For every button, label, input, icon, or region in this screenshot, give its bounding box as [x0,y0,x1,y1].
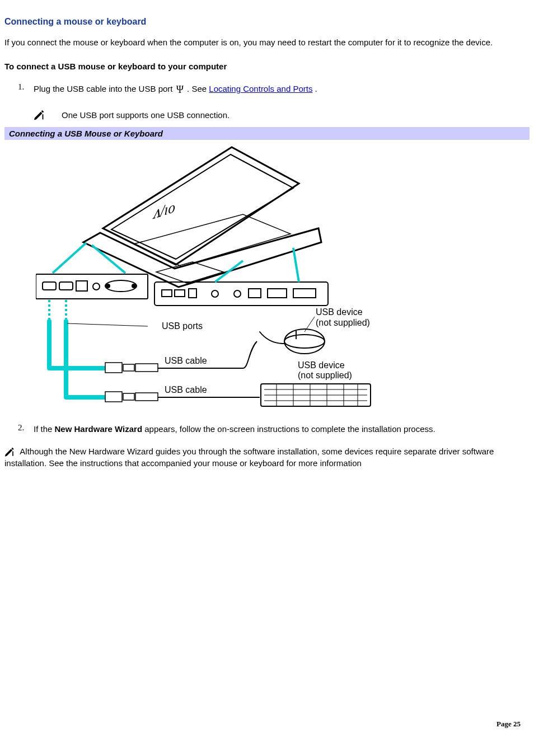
svg-rect-10 [189,289,196,298]
svg-line-49 [67,323,148,326]
svg-rect-15 [293,289,316,298]
svg-rect-19 [76,281,87,291]
svg-rect-32 [135,364,158,372]
svg-rect-0 [43,114,44,119]
sub-heading: To connect a USB mouse or keyboard to yo… [4,62,530,71]
note-row-1: One USB port supports one USB connection… [4,110,530,120]
svg-rect-51 [12,452,13,456]
svg-line-24 [53,243,86,273]
svg-rect-17 [43,282,56,290]
svg-rect-34 [123,393,134,400]
svg-rect-33 [105,392,122,402]
fig-label-usb-device-2b: (not supplied) [298,370,352,380]
step-2: If the New Hardware Wizard appears, foll… [34,423,530,436]
step-1-text-a: Plug the USB cable into the USB port [34,84,175,93]
pencil-note-icon [34,110,46,120]
step-2-text-b: appears, follow the on-screen instructio… [144,424,435,434]
svg-rect-8 [162,290,172,297]
svg-rect-16 [36,274,148,299]
step-2-bold: New Hardware Wizard [55,424,143,434]
locating-controls-link[interactable]: Locating Controls and Ports [209,84,312,93]
svg-point-22 [106,284,110,288]
svg-rect-13 [249,289,261,298]
svg-line-27 [293,248,299,282]
intro-paragraph: If you connect the mouse or keyboard whe… [4,37,530,48]
svg-line-26 [215,261,243,282]
svg-marker-1 [103,147,299,265]
step-1-text-c: . [315,84,317,93]
fig-label-usb-cable-1: USB cable [165,356,207,365]
note-1-text: One USB port supports one USB connection… [62,110,229,120]
usb-trident-icon: Ψ [176,82,184,97]
svg-point-23 [132,284,135,288]
fig-label-usb-device-1b: (not supplied) [316,318,370,327]
svg-point-11 [212,290,218,297]
section-title: Connecting a mouse or keyboard [4,17,530,27]
fig-label-usb-device-1a: USB device [316,307,363,317]
svg-rect-31 [123,364,134,371]
svg-rect-14 [268,289,287,298]
step-1: Plug the USB cable into the USB port Ψ .… [34,82,530,97]
step-2-text-a: If the [34,424,55,434]
svg-rect-35 [135,393,158,401]
svg-rect-18 [59,282,73,290]
post-note-text: Although the New Hardware Wizard guides … [4,447,494,468]
fig-label-usb-device-2a: USB device [298,360,345,370]
svg-point-12 [234,290,241,297]
figure-title-bar: Connecting a USB Mouse or Keyboard [4,127,530,140]
svg-point-20 [93,283,100,290]
step-1-text-b: . See [187,84,209,93]
svg-point-36 [284,329,325,354]
page-number: Page 25 [0,716,534,736]
svg-rect-9 [175,290,185,297]
fig-label-usb-ports: USB ports [162,321,203,331]
svg-rect-30 [105,363,122,373]
post-note: Although the New Hardware Wizard guides … [4,445,530,469]
fig-label-usb-cable-2: USB cable [165,385,207,395]
figure-diagram: ʌ/ıo [36,144,530,413]
pencil-note-icon [4,447,16,457]
